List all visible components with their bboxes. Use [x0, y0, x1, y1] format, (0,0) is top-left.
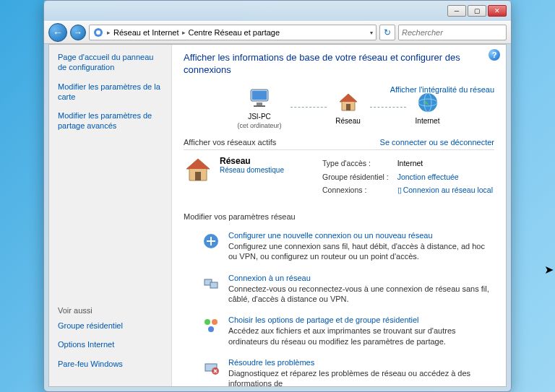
setting-desc: Diagnostiquez et réparez les problèmes d…	[228, 368, 494, 386]
content-area: Page d'accueil du panneau de configurati…	[48, 44, 507, 387]
help-icon[interactable]: ?	[489, 49, 500, 61]
svg-rect-4	[257, 103, 262, 105]
svg-marker-13	[186, 159, 210, 169]
connect-network-icon	[201, 274, 221, 294]
node-label: Internet	[416, 117, 440, 125]
setting-new-connection: Configurer une nouvelle connexion ou un …	[184, 227, 494, 269]
network-name: Réseau	[220, 156, 284, 166]
svg-rect-17	[210, 282, 218, 288]
settings-list: Configurer une nouvelle connexion ou un …	[184, 227, 494, 386]
network-details-table: Type d'accès :Internet Groupe résidentie…	[321, 156, 494, 198]
search-input[interactable]	[398, 25, 507, 40]
active-networks-header: Afficher vos réseaux actifs Se connecter…	[184, 135, 494, 150]
sidebar-sharing-settings-link[interactable]: Modifier les paramètres de partage avanc…	[58, 110, 163, 131]
access-type-value: Internet	[397, 157, 493, 170]
section-label: Afficher vos réseaux actifs	[184, 138, 276, 147]
sidebar-internet-options-link[interactable]: Options Internet	[58, 339, 163, 349]
page-title: Afficher les informations de base de vot…	[184, 52, 494, 77]
homegroup-link[interactable]: Jonction effectuée	[397, 171, 493, 183]
map-connector	[291, 107, 327, 108]
setting-title-link[interactable]: Choisir les options de partage et de gro…	[228, 315, 494, 324]
setting-desc: Configurez une connexion sans fil, haut …	[228, 241, 494, 262]
forward-button[interactable]: →	[70, 25, 86, 40]
titlebar: ─ ▢ ✕	[44, 1, 511, 21]
control-panel-window: ─ ▢ ✕ ← → ▸ Réseau et Internet ▸ Centre …	[43, 0, 512, 392]
setting-desc: Connectez-vous ou reconnectez-vous à une…	[228, 284, 494, 305]
sidebar-firewall-link[interactable]: Pare-feu Windows	[58, 359, 163, 369]
minimize-button[interactable]: ─	[447, 5, 466, 17]
refresh-button[interactable]: ↻	[379, 25, 395, 40]
connect-disconnect-link[interactable]: Se connecter ou se déconnecter	[380, 138, 494, 147]
breadcrumb-item[interactable]: Réseau et Internet	[113, 28, 179, 37]
svg-point-18	[205, 319, 210, 325]
setting-title-link[interactable]: Configurer une nouvelle connexion ou un …	[228, 231, 494, 240]
main-panel: ? Afficher les informations de base de v…	[172, 45, 506, 386]
svg-rect-8	[346, 104, 350, 110]
network-type-link[interactable]: Réseau domestique	[220, 166, 284, 174]
node-label: Réseau	[335, 117, 360, 125]
svg-point-9	[418, 93, 437, 112]
sharing-icon	[201, 315, 221, 336]
sidebar-home-link[interactable]: Page d'accueil du panneau de configurati…	[58, 52, 163, 73]
svg-point-19	[212, 319, 218, 325]
setting-desc: Accédez aux fichiers et aux imprimantes …	[228, 326, 494, 347]
setting-troubleshoot: Résoudre les problèmes Diagnostiquez et …	[184, 354, 494, 386]
svg-point-1	[96, 30, 100, 35]
access-type-label: Type d'accès :	[322, 157, 396, 170]
network-category-icon	[92, 27, 104, 38]
breadcrumb[interactable]: ▸ Réseau et Internet ▸ Centre Réseau et …	[89, 25, 377, 40]
sidebar-adapter-settings-link[interactable]: Modifier les paramètres de la carte	[58, 82, 163, 103]
section-label: Modifier vos paramètres réseau	[184, 212, 296, 221]
setting-sharing-options: Choisir les options de partage et de gro…	[184, 311, 494, 354]
see-also-heading: Voir aussi	[58, 306, 163, 315]
map-node-computer: JSI-PC (cet ordinateur)	[237, 85, 281, 129]
sidebar-homegroup-link[interactable]: Groupe résidentiel	[58, 321, 163, 331]
svg-point-20	[208, 326, 214, 332]
house-icon	[335, 90, 361, 116]
settings-header: Modifier vos paramètres réseau	[184, 209, 494, 224]
svg-rect-3	[252, 91, 267, 100]
svg-rect-5	[254, 105, 265, 107]
node-label: JSI-PC	[248, 113, 271, 121]
map-connector	[370, 107, 406, 108]
map-node-internet: Internet	[415, 90, 441, 125]
setting-title-link[interactable]: Résoudre les problèmes	[228, 358, 494, 367]
map-node-network: Réseau	[335, 90, 361, 125]
svg-marker-7	[340, 94, 357, 102]
homegroup-label: Groupe résidentiel :	[322, 171, 396, 183]
breadcrumb-item[interactable]: Centre Réseau et partage	[189, 28, 280, 37]
breadcrumb-sep-icon: ▸	[107, 29, 111, 36]
chevron-down-icon[interactable]: ▾	[370, 30, 373, 36]
setting-connect-network: Connexion à un réseau Connectez-vous ou …	[184, 269, 494, 312]
back-button[interactable]: ←	[48, 23, 67, 42]
active-network: Réseau Réseau domestique Type d'accès :I…	[184, 150, 494, 204]
network-map: Afficher l'intégralité du réseau JSI-PC …	[184, 85, 494, 129]
connections-label: Connexions :	[322, 184, 396, 196]
breadcrumb-sep-icon: ▸	[182, 29, 186, 36]
sidebar: Page d'accueil du panneau de configurati…	[49, 45, 172, 386]
full-map-link[interactable]: Afficher l'intégralité du réseau	[390, 85, 494, 94]
ethernet-icon: ▯	[397, 184, 402, 196]
home-network-icon	[184, 156, 212, 185]
toolbar: ← → ▸ Réseau et Internet ▸ Centre Réseau…	[44, 21, 511, 44]
close-button[interactable]: ✕	[488, 5, 507, 17]
computer-icon	[246, 85, 272, 111]
cursor-icon: ➤	[544, 263, 554, 276]
maximize-button[interactable]: ▢	[468, 5, 486, 17]
setting-title-link[interactable]: Connexion à un réseau	[228, 274, 494, 282]
svg-rect-14	[195, 172, 201, 180]
node-sublabel: (cet ordinateur)	[237, 122, 281, 129]
new-connection-icon	[201, 231, 221, 251]
window-controls: ─ ▢ ✕	[447, 5, 507, 17]
connection-link[interactable]: ▯Connexion au réseau local	[397, 184, 493, 196]
troubleshoot-icon	[201, 358, 221, 378]
